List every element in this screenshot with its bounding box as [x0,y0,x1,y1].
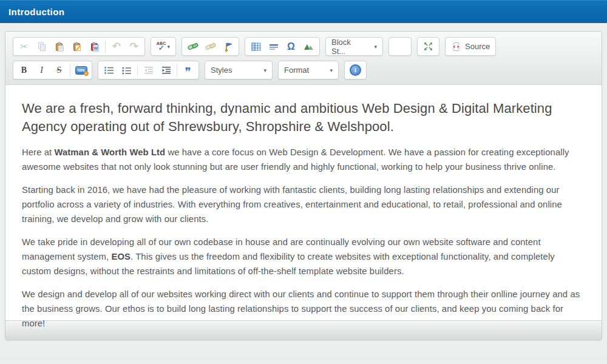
rich-text-editor: ✂ [5,31,602,340]
image-button[interactable] [300,39,317,55]
toolbar-separator [177,64,177,76]
editor-bottom-bar [5,320,602,340]
source-button[interactable]: Source [445,37,496,56]
toolbar-row-1: ✂ [13,37,595,56]
link-icon [188,42,198,51]
toolbar-separator [70,64,70,76]
image-icon [304,42,314,50]
anchor-button[interactable] [219,39,237,55]
bulleted-list-button[interactable] [118,62,135,78]
page-title: Introduction [8,7,64,17]
remove-html-format-icon: htm – [75,66,87,75]
chevron-down-icon: ▾ [263,67,266,73]
paragraph-group: ❞ [98,61,199,79]
toolbar-separator [105,41,106,53]
chevron-down-icon: ▾ [168,44,171,50]
numbered-list-button[interactable] [100,62,118,78]
table-icon [251,42,261,51]
anchor-flag-icon [223,42,233,52]
undo-icon: ↶ [112,41,120,52]
special-character-button[interactable]: Ω [282,39,300,55]
links-group [181,37,239,56]
italic-icon: I [40,66,43,75]
source-label: Source [465,42,490,51]
block-styles-label: Block St... [331,38,365,56]
page-header: Introduction [0,0,607,23]
blank-button[interactable] [388,37,412,56]
format-label: Format [284,66,309,75]
spellcheck-group: ABC ✓ ▾ [151,37,176,56]
source-code-icon [451,42,461,52]
chevron-down-icon: ▾ [330,67,333,73]
about-info-button[interactable]: i [347,62,364,78]
svg-text:W: W [93,46,98,50]
editor-paragraph[interactable]: Starting back in 2016, we have had the p… [22,183,585,226]
paste-button[interactable] [50,39,68,55]
editor-paragraph[interactable]: We take pride in developing all of our o… [22,235,585,278]
info-icon: i [350,64,361,76]
paste-from-word-icon: W [90,42,100,52]
clipboard-group: ✂ [13,37,145,56]
increase-indent-icon [161,66,171,74]
maximize-button[interactable] [419,39,437,55]
copy-icon [37,42,47,52]
page-footer-divider [0,359,607,364]
bold-icon: B [21,66,27,75]
strikethrough-button[interactable]: S [50,62,68,78]
omega-icon: Ω [287,41,295,52]
cut-icon: ✂ [20,41,28,52]
styles-dropdown[interactable]: Styles ▾ [205,61,273,79]
toolbar-row-2: B I S htm – [13,61,595,79]
editor-paragraph[interactable]: Here at Watman & Worth Web Ltd we have a… [22,145,585,174]
copy-button[interactable] [33,39,50,55]
format-dropdown[interactable]: Format ▾ [278,61,339,79]
paste-plain-text-button[interactable] [68,39,86,55]
block-styles-dropdown[interactable]: Block St... ▾ [325,37,383,56]
chevron-down-icon: ▾ [374,44,377,50]
unlink-icon [205,42,216,51]
numbered-list-icon [104,66,114,75]
spell-check-icon: ABC ✓ [157,41,166,52]
paste-plain-text-icon [72,42,82,52]
bulleted-list-icon [121,66,132,75]
undo-button[interactable]: ↶ [107,39,125,55]
decrease-indent-button[interactable] [140,62,157,78]
maximize-icon [424,42,433,51]
bold-button[interactable]: B [15,62,33,78]
redo-icon: ↷ [129,41,138,52]
horizontal-rule-icon [269,43,279,50]
toolbar-separator [137,64,138,76]
basic-styles-group: B I S htm – [13,61,92,79]
link-button[interactable] [184,39,202,55]
remove-format-button[interactable]: htm – [72,62,90,78]
insert-group: Ω [245,37,320,56]
blockquote-button[interactable]: ❞ [179,62,197,78]
horizontal-rule-button[interactable] [265,39,282,55]
content-heading[interactable]: We are a fresh, forward thinking, dynami… [22,99,585,136]
maximize-group [417,37,439,56]
paste-from-word-button[interactable]: W [86,39,103,55]
styles-label: Styles [211,66,232,75]
strikethrough-icon: S [57,66,62,75]
editor-paragraphs: Here at Watman & Worth Web Ltd we have a… [22,145,585,331]
cut-button[interactable]: ✂ [15,39,33,55]
editor-toolbar: ✂ [5,32,602,85]
redo-button[interactable]: ↷ [125,39,143,55]
spell-check-button[interactable]: ABC ✓ ▾ [153,39,174,55]
editor-content-area[interactable]: We are a fresh, forward thinking, dynami… [5,85,602,320]
table-button[interactable] [247,39,265,55]
about-group: i [344,61,367,79]
decrease-indent-icon [144,66,154,74]
italic-button[interactable]: I [33,62,50,78]
paste-icon [55,42,64,52]
unlink-button[interactable] [202,39,219,55]
increase-indent-button[interactable] [157,62,175,78]
